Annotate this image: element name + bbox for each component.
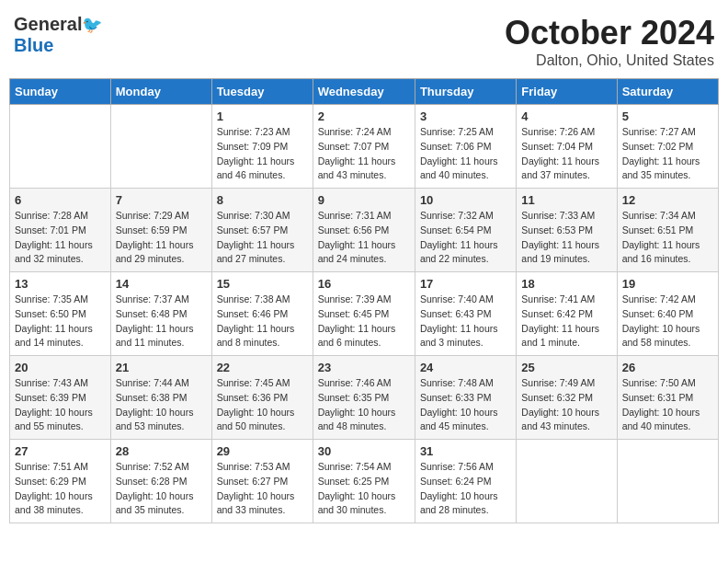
day-info: Sunrise: 7:52 AM Sunset: 6:28 PM Dayligh… — [116, 460, 207, 518]
calendar-week-row: 13Sunrise: 7:35 AM Sunset: 6:50 PM Dayli… — [10, 272, 719, 356]
calendar-cell: 19Sunrise: 7:42 AM Sunset: 6:40 PM Dayli… — [617, 272, 718, 356]
calendar-cell — [517, 440, 617, 523]
day-info: Sunrise: 7:44 AM Sunset: 6:38 PM Dayligh… — [116, 376, 207, 434]
calendar-cell: 23Sunrise: 7:46 AM Sunset: 6:35 PM Dayli… — [313, 356, 415, 440]
day-info: Sunrise: 7:28 AM Sunset: 7:01 PM Dayligh… — [15, 209, 106, 267]
logo-bird-icon: 🐦 — [82, 15, 102, 35]
page-header: General 🐦 Blue October 2024 Dalton, Ohio… — [9, 9, 719, 69]
calendar-day-header: Friday — [517, 79, 617, 105]
day-info: Sunrise: 7:30 AM Sunset: 6:57 PM Dayligh… — [217, 209, 308, 267]
calendar-cell: 26Sunrise: 7:50 AM Sunset: 6:31 PM Dayli… — [617, 356, 718, 440]
day-number: 2 — [318, 109, 410, 123]
day-info: Sunrise: 7:35 AM Sunset: 6:50 PM Dayligh… — [15, 293, 106, 350]
day-number: 15 — [217, 277, 308, 291]
day-info: Sunrise: 7:50 AM Sunset: 6:31 PM Dayligh… — [622, 376, 713, 434]
calendar-week-row: 27Sunrise: 7:51 AM Sunset: 6:29 PM Dayli… — [10, 440, 719, 523]
day-info: Sunrise: 7:51 AM Sunset: 6:29 PM Dayligh… — [15, 460, 106, 518]
calendar-cell: 18Sunrise: 7:41 AM Sunset: 6:42 PM Dayli… — [517, 272, 617, 356]
day-number: 18 — [521, 277, 611, 291]
calendar-cell: 3Sunrise: 7:25 AM Sunset: 7:06 PM Daylig… — [415, 105, 516, 189]
day-number: 1 — [217, 109, 308, 123]
calendar-cell: 2Sunrise: 7:24 AM Sunset: 7:07 PM Daylig… — [313, 105, 415, 189]
calendar-cell: 7Sunrise: 7:29 AM Sunset: 6:59 PM Daylig… — [110, 189, 211, 272]
day-info: Sunrise: 7:31 AM Sunset: 6:56 PM Dayligh… — [318, 209, 410, 267]
day-number: 30 — [318, 444, 410, 458]
month-title: October 2024 — [505, 14, 714, 52]
day-number: 3 — [420, 109, 511, 123]
day-number: 25 — [521, 361, 611, 374]
calendar-cell: 1Sunrise: 7:23 AM Sunset: 7:09 PM Daylig… — [211, 105, 313, 189]
calendar-table: SundayMondayTuesdayWednesdayThursdayFrid… — [9, 78, 719, 523]
calendar-cell: 31Sunrise: 7:56 AM Sunset: 6:24 PM Dayli… — [415, 440, 516, 523]
day-info: Sunrise: 7:37 AM Sunset: 6:48 PM Dayligh… — [116, 293, 207, 350]
calendar-cell: 17Sunrise: 7:40 AM Sunset: 6:43 PM Dayli… — [415, 272, 516, 356]
calendar-day-header: Wednesday — [313, 79, 415, 105]
calendar-cell: 11Sunrise: 7:33 AM Sunset: 6:53 PM Dayli… — [517, 189, 617, 272]
calendar-day-header: Thursday — [415, 79, 516, 105]
day-number: 16 — [318, 277, 410, 291]
day-number: 31 — [420, 444, 511, 458]
calendar-cell: 15Sunrise: 7:38 AM Sunset: 6:46 PM Dayli… — [211, 272, 313, 356]
day-number: 14 — [116, 277, 207, 291]
day-info: Sunrise: 7:33 AM Sunset: 6:53 PM Dayligh… — [521, 209, 611, 267]
day-number: 22 — [217, 361, 308, 374]
day-number: 23 — [318, 361, 410, 374]
calendar-day-header: Monday — [110, 79, 211, 105]
day-info: Sunrise: 7:54 AM Sunset: 6:25 PM Dayligh… — [318, 460, 410, 518]
day-number: 28 — [116, 444, 207, 458]
location-title: Dalton, Ohio, United States — [505, 52, 714, 69]
calendar-cell: 8Sunrise: 7:30 AM Sunset: 6:57 PM Daylig… — [211, 189, 313, 272]
day-number: 8 — [217, 193, 308, 207]
calendar-cell — [617, 440, 718, 523]
day-info: Sunrise: 7:27 AM Sunset: 7:02 PM Dayligh… — [622, 125, 713, 183]
calendar-cell — [110, 105, 211, 189]
day-number: 7 — [116, 193, 207, 207]
day-number: 19 — [622, 277, 713, 291]
day-number: 6 — [15, 193, 106, 207]
calendar-cell: 28Sunrise: 7:52 AM Sunset: 6:28 PM Dayli… — [110, 440, 211, 523]
calendar-cell: 25Sunrise: 7:49 AM Sunset: 6:32 PM Dayli… — [517, 356, 617, 440]
day-info: Sunrise: 7:49 AM Sunset: 6:32 PM Dayligh… — [521, 376, 611, 434]
day-info: Sunrise: 7:48 AM Sunset: 6:33 PM Dayligh… — [420, 376, 511, 434]
calendar-cell: 29Sunrise: 7:53 AM Sunset: 6:27 PM Dayli… — [211, 440, 313, 523]
day-info: Sunrise: 7:42 AM Sunset: 6:40 PM Dayligh… — [622, 293, 713, 350]
day-info: Sunrise: 7:43 AM Sunset: 6:39 PM Dayligh… — [15, 376, 106, 434]
calendar-cell: 22Sunrise: 7:45 AM Sunset: 6:36 PM Dayli… — [211, 356, 313, 440]
logo: General 🐦 Blue — [14, 14, 102, 56]
calendar-cell: 27Sunrise: 7:51 AM Sunset: 6:29 PM Dayli… — [10, 440, 111, 523]
day-info: Sunrise: 7:45 AM Sunset: 6:36 PM Dayligh… — [217, 376, 308, 434]
day-number: 21 — [116, 361, 207, 374]
day-info: Sunrise: 7:40 AM Sunset: 6:43 PM Dayligh… — [420, 293, 511, 350]
day-number: 13 — [15, 277, 106, 291]
day-info: Sunrise: 7:26 AM Sunset: 7:04 PM Dayligh… — [521, 125, 611, 183]
calendar-cell: 16Sunrise: 7:39 AM Sunset: 6:45 PM Dayli… — [313, 272, 415, 356]
calendar-cell — [10, 105, 111, 189]
calendar-cell: 13Sunrise: 7:35 AM Sunset: 6:50 PM Dayli… — [10, 272, 111, 356]
title-area: October 2024 Dalton, Ohio, United States — [505, 14, 714, 69]
calendar-week-row: 20Sunrise: 7:43 AM Sunset: 6:39 PM Dayli… — [10, 356, 719, 440]
logo-general: General — [14, 14, 82, 35]
calendar-body: 1Sunrise: 7:23 AM Sunset: 7:09 PM Daylig… — [10, 105, 719, 523]
day-info: Sunrise: 7:24 AM Sunset: 7:07 PM Dayligh… — [318, 125, 410, 183]
day-info: Sunrise: 7:41 AM Sunset: 6:42 PM Dayligh… — [521, 293, 611, 350]
day-number: 10 — [420, 193, 511, 207]
calendar-cell: 12Sunrise: 7:34 AM Sunset: 6:51 PM Dayli… — [617, 189, 718, 272]
calendar-cell: 4Sunrise: 7:26 AM Sunset: 7:04 PM Daylig… — [517, 105, 617, 189]
calendar-cell: 14Sunrise: 7:37 AM Sunset: 6:48 PM Dayli… — [110, 272, 211, 356]
calendar-week-row: 6Sunrise: 7:28 AM Sunset: 7:01 PM Daylig… — [10, 189, 719, 272]
calendar-day-header: Tuesday — [211, 79, 313, 105]
day-info: Sunrise: 7:25 AM Sunset: 7:06 PM Dayligh… — [420, 125, 511, 183]
day-number: 11 — [521, 193, 611, 207]
calendar-cell: 10Sunrise: 7:32 AM Sunset: 6:54 PM Dayli… — [415, 189, 516, 272]
day-number: 17 — [420, 277, 511, 291]
calendar-cell: 5Sunrise: 7:27 AM Sunset: 7:02 PM Daylig… — [617, 105, 718, 189]
day-number: 4 — [521, 109, 611, 123]
calendar-cell: 6Sunrise: 7:28 AM Sunset: 7:01 PM Daylig… — [10, 189, 111, 272]
day-info: Sunrise: 7:56 AM Sunset: 6:24 PM Dayligh… — [420, 460, 511, 518]
day-number: 26 — [622, 361, 713, 374]
day-info: Sunrise: 7:46 AM Sunset: 6:35 PM Dayligh… — [318, 376, 410, 434]
calendar-header-row: SundayMondayTuesdayWednesdayThursdayFrid… — [10, 79, 719, 105]
day-info: Sunrise: 7:38 AM Sunset: 6:46 PM Dayligh… — [217, 293, 308, 350]
day-info: Sunrise: 7:39 AM Sunset: 6:45 PM Dayligh… — [318, 293, 410, 350]
day-info: Sunrise: 7:34 AM Sunset: 6:51 PM Dayligh… — [622, 209, 713, 267]
